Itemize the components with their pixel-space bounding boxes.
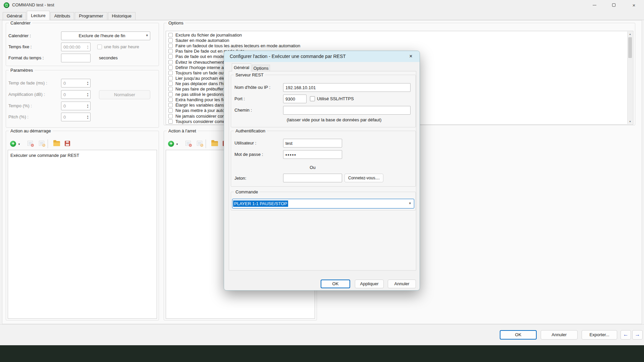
option-checkbox[interactable] [168, 87, 173, 91]
option-checkbox[interactable] [168, 65, 173, 70]
ok-button[interactable]: OK [500, 330, 537, 340]
option-label[interactable]: Élargir les variables dans U [175, 103, 228, 108]
scroll-up-icon[interactable]: ▴ [628, 32, 633, 37]
option-label[interactable]: Sauter en mode automation [175, 38, 229, 43]
back-arrow-button[interactable]: ← [621, 330, 631, 340]
option-checkbox[interactable] [168, 81, 173, 86]
calendrier-group-label: Calendrier [9, 20, 32, 25]
option-label[interactable]: Extra handling pour les fich [175, 97, 228, 103]
dialog-tab-general[interactable]: Général [232, 63, 251, 71]
option-label[interactable]: Évitez le chevauchement a [175, 60, 227, 65]
tab-historique[interactable]: Historique [108, 12, 136, 20]
temps-fixe-spinner[interactable]: ▴ ▾ [86, 43, 90, 51]
add-action-caret-icon[interactable]: ▼ [176, 143, 178, 146]
add-action-button[interactable]: + [168, 141, 174, 147]
option-checkbox[interactable] [168, 33, 173, 37]
chemin-input[interactable] [283, 106, 411, 115]
annuler-button[interactable]: Annuler [541, 330, 578, 340]
delete-icon: × [189, 144, 192, 147]
option-checkbox[interactable] [168, 54, 173, 59]
dialog-titlebar[interactable]: Configurer l'action - Exécuter une comma… [224, 51, 420, 62]
option-checkbox[interactable] [168, 92, 173, 97]
host-label: Nom d'hôte ou IP : [234, 84, 270, 90]
delete-action-button[interactable]: × [185, 141, 191, 146]
pitch-spinner[interactable]: ▴▾ [86, 113, 90, 121]
option-checkbox[interactable] [168, 38, 173, 43]
add-action-caret-icon[interactable]: ▼ [18, 143, 20, 146]
option-label[interactable]: Définir l'horloge interne a u [175, 65, 227, 70]
option-row[interactable]: Sauter en mode automation [166, 38, 633, 43]
forward-arrow-button[interactable]: → [632, 330, 643, 340]
option-label[interactable]: Faire un fadeout de tous les autres lect… [175, 43, 300, 49]
scroll-down-icon[interactable]: ▾ [628, 119, 633, 124]
dialog-annuler-button[interactable]: Annuler [388, 280, 416, 288]
option-label[interactable]: Exclure du fichier de journalisation [175, 33, 242, 38]
option-checkbox[interactable] [168, 103, 173, 107]
list-item[interactable]: Exécuter une commande par REST [10, 153, 79, 158]
dialog-ok-button[interactable]: OK [321, 280, 350, 288]
edit-action-button[interactable]: ✎ [197, 141, 202, 146]
tempo-spinner[interactable]: ▴▾ [86, 102, 90, 110]
option-row[interactable]: Faire un fadeout de tous les autres lect… [166, 43, 633, 49]
amplification-spinner[interactable]: ▴▾ [86, 91, 90, 98]
utilisateur-input[interactable] [283, 139, 342, 147]
option-label[interactable]: Ne pas déplacer dans l'hist [175, 81, 228, 86]
format-temps-input[interactable] [61, 54, 91, 62]
dialog-appliquer-button[interactable]: Appliquer [355, 280, 384, 288]
jeton-input[interactable] [283, 174, 342, 182]
tab-lecture[interactable]: Lecture [27, 11, 49, 20]
option-label[interactable]: Ne pas mettre à jour auto [175, 108, 225, 113]
option-row[interactable]: Exclure du fichier de journalisation [166, 33, 633, 38]
spin-down-icon: ▾ [87, 117, 89, 119]
exporter-button[interactable]: Exporter... [582, 330, 617, 340]
format-temps-label: Format du temps : [8, 55, 44, 61]
option-checkbox[interactable] [168, 49, 173, 53]
connectez-vous-button[interactable]: Connetez-vous.... [344, 174, 383, 182]
option-checkbox[interactable] [168, 114, 173, 118]
une-fois-checkbox[interactable] [97, 45, 102, 49]
open-folder-button[interactable] [211, 141, 218, 146]
option-label[interactable]: Ne jamais considérer comm [175, 114, 229, 119]
option-checkbox[interactable] [168, 60, 173, 64]
tab-attributs[interactable]: Attributs [50, 12, 74, 20]
option-label[interactable]: Ne pas faire de prébuffer [175, 86, 224, 92]
mot-de-passe-input[interactable] [283, 150, 342, 159]
tab-general[interactable]: Général [3, 12, 26, 20]
options-scrollbar[interactable]: ▴ ▾ [627, 32, 633, 124]
option-label[interactable]: Toujours faire un fade out [175, 70, 225, 76]
minimize-button[interactable] [585, 0, 604, 10]
close-button[interactable]: × [624, 0, 644, 10]
delete-action-button[interactable]: × [28, 141, 33, 146]
add-action-button[interactable]: + [10, 141, 16, 147]
option-checkbox[interactable] [168, 76, 173, 80]
close-icon: × [633, 3, 636, 8]
dialog-close-button[interactable]: × [406, 53, 416, 60]
pitch-label: Pitch (%) : [8, 114, 29, 120]
normaliser-button[interactable]: Normaliser [99, 90, 150, 99]
option-label[interactable]: Toujours considérer comm [175, 119, 226, 124]
host-input[interactable] [283, 83, 411, 92]
option-checkbox[interactable] [168, 71, 173, 75]
spin-down-icon: ▾ [87, 95, 89, 97]
option-checkbox[interactable] [168, 119, 173, 124]
calendrier-combobox[interactable]: Exclure de l'heure de fin ▾ [61, 32, 150, 40]
edit-action-button[interactable]: ✎ [39, 141, 44, 146]
option-checkbox[interactable] [168, 44, 173, 48]
option-checkbox[interactable] [168, 108, 173, 113]
dialog-tab-options[interactable]: Options [252, 65, 270, 71]
action-demarrage-list[interactable]: Exécuter une commande par REST [8, 150, 157, 319]
save-button[interactable] [65, 141, 70, 146]
temp-fade-spinner[interactable]: ▴▾ [86, 79, 90, 87]
scrollbar-thumb[interactable] [628, 37, 632, 58]
open-folder-button[interactable] [53, 141, 60, 146]
commande-combobox[interactable]: PLAYER 1-1 PAUSE/STOP ▾ [232, 199, 414, 208]
tab-programmer[interactable]: Programmer [75, 12, 107, 20]
option-label[interactable]: ne pas utilisé le gestionnai [175, 92, 227, 97]
port-input[interactable] [283, 95, 307, 103]
option-label[interactable]: Pas de fade out en mode a [175, 54, 228, 59]
maximize-button[interactable] [604, 0, 624, 10]
ssl-checkbox[interactable] [310, 96, 315, 101]
option-label[interactable]: Lier jusqu'au prochain élém [175, 76, 229, 81]
option-checkbox[interactable] [168, 98, 173, 102]
chemin-note: (laisser vide pour la base de données pa… [267, 117, 401, 122]
